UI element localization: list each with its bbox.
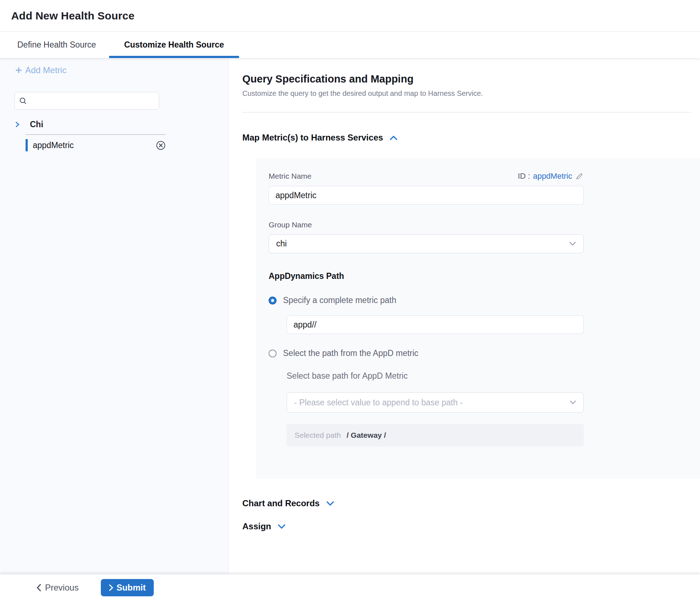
map-metrics-section-title: Map Metric(s) to Harness Services xyxy=(242,133,383,143)
base-path-placeholder: - Please select value to append to base … xyxy=(294,398,463,408)
page-title: Add New Health Source xyxy=(11,10,135,22)
previous-label: Previous xyxy=(45,583,78,593)
selected-metric-marker xyxy=(26,139,28,151)
query-spec-panel: Query Specifications and Mapping Customi… xyxy=(229,58,700,574)
chevron-left-icon xyxy=(36,584,41,592)
selected-path-bar: Selected path / Gateway / xyxy=(287,424,584,446)
metric-name-label: Metric Name xyxy=(269,172,311,181)
tab-customize-health-source[interactable]: Customize Health Source xyxy=(124,32,224,58)
chevron-right-icon[interactable] xyxy=(14,121,21,128)
group-name-value: chi xyxy=(276,239,287,249)
group-name-label: Group Name xyxy=(269,221,584,229)
delete-metric-icon[interactable] xyxy=(156,141,166,150)
metrics-sidebar: Add Metric Chi appdMetric xyxy=(0,58,229,574)
chevron-down-icon[interactable] xyxy=(326,501,334,506)
submit-label: Submit xyxy=(116,583,145,593)
plus-icon xyxy=(14,66,23,75)
metric-search-box xyxy=(14,92,159,110)
metric-item-appdmetric[interactable]: appdMetric xyxy=(14,135,166,156)
group-name-select[interactable]: chi xyxy=(269,234,584,253)
add-metric-button[interactable]: Add Metric xyxy=(14,65,67,75)
map-metrics-panel: Metric Name ID : appdMetric Group Name c… xyxy=(256,159,700,479)
radio-selected-icon[interactable] xyxy=(269,297,277,304)
radio-select-appd-path-label: Select the path from the AppD metric xyxy=(283,348,418,358)
tab-define-health-source[interactable]: Define Health Source xyxy=(17,32,96,58)
chevron-down-icon xyxy=(570,400,576,405)
selected-path-label: Selected path xyxy=(295,431,341,440)
dialog-header: Add New Health Source xyxy=(0,0,700,32)
dialog-footer: Previous Submit xyxy=(0,574,700,601)
complete-metric-path-input[interactable] xyxy=(287,315,584,334)
radio-unselected-icon[interactable] xyxy=(269,350,277,357)
chart-records-section-header[interactable]: Chart and Records xyxy=(242,498,334,508)
add-metric-label: Add Metric xyxy=(25,65,67,75)
radio-complete-metric-path-label: Specify a complete metric path xyxy=(283,295,396,305)
section-subtitle: Customize the query to get the desired o… xyxy=(242,89,700,98)
assign-section-header[interactable]: Assign xyxy=(242,521,286,531)
base-path-select[interactable]: - Please select value to append to base … xyxy=(287,392,584,413)
metric-group-label: Chi xyxy=(30,120,43,129)
chart-records-section-title: Chart and Records xyxy=(242,498,320,508)
previous-button[interactable]: Previous xyxy=(36,583,78,593)
base-path-label: Select base path for AppD Metric xyxy=(287,371,584,381)
add-health-source-dialog: Add New Health Source Define Health Sour… xyxy=(0,0,700,601)
search-input[interactable] xyxy=(31,97,154,105)
section-divider xyxy=(242,112,691,112)
metric-name-input[interactable] xyxy=(269,186,584,205)
search-icon xyxy=(19,97,27,105)
assign-section-title: Assign xyxy=(242,521,271,531)
chevron-down-icon[interactable] xyxy=(278,524,286,529)
section-title: Query Specifications and Mapping xyxy=(242,73,700,85)
radio-complete-metric-path[interactable]: Specify a complete metric path xyxy=(269,295,396,305)
chevron-down-icon xyxy=(569,241,576,246)
map-metrics-section-header[interactable]: Map Metric(s) to Harness Services xyxy=(242,133,398,143)
metric-id-value[interactable]: appdMetric xyxy=(533,172,572,181)
selected-path-value: / Gateway / xyxy=(346,431,386,440)
metric-group-row[interactable]: Chi xyxy=(14,120,214,129)
chevron-up-icon[interactable] xyxy=(390,135,398,141)
submit-button[interactable]: Submit xyxy=(101,579,153,596)
appdynamics-path-label: AppDynamics Path xyxy=(269,271,584,281)
tab-bar: Define Health Source Customize Health So… xyxy=(0,32,700,58)
radio-select-appd-path[interactable]: Select the path from the AppD metric xyxy=(269,348,418,358)
metric-id-label: ID : xyxy=(518,172,530,181)
chevron-right-icon xyxy=(109,584,113,591)
metric-item-label: appdMetric xyxy=(33,141,74,150)
edit-id-pencil-icon[interactable] xyxy=(575,172,584,181)
